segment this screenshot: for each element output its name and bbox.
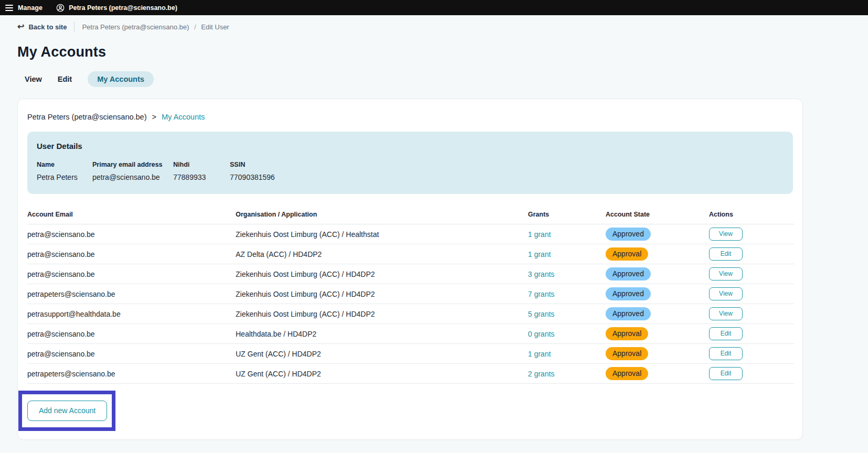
page-title: My Accounts [17,44,868,60]
account-state-badge: Approved [606,287,651,300]
organisation-application-cell: Ziekenhuis Oost Limburg (ACC) / HD4DP2 [236,284,528,304]
grants-link[interactable]: 3 grants [528,270,555,278]
account-state-badge: Approved [606,267,651,281]
field-ssin: SSIN 77090381596 [230,161,275,181]
account-email-cell: petrasupport@healthdata.be [27,304,236,324]
toolbar-user-menu[interactable]: Petra Peters (petra@sciensano.be) [56,4,177,12]
add-new-account-button[interactable]: Add new Account [27,401,107,421]
table-row: petra@sciensano.beUZ Gent (ACC) / HD4DP2… [27,344,794,364]
tab-edit[interactable]: Edit [58,71,72,87]
grants-cell: 5 grants [528,304,606,324]
view-button[interactable]: View [709,307,743,320]
tab-my-accounts[interactable]: My Accounts [88,71,154,87]
account-state-badge: Approval [606,327,648,340]
admin-toolbar: Manage Petra Peters (petra@sciensano.be) [0,0,868,15]
organisation-application-cell: Ziekenhuis Oost Limburg (ACC) / Healthst… [236,224,528,244]
organisation-application-cell: AZ Delta (ACC) / HD4DP2 [236,244,528,264]
field-ssin-value: 77090381596 [230,173,275,181]
account-email-cell: petra@sciensano.be [27,324,236,344]
field-nihdi: Nihdi 77889933 [173,161,230,181]
header-actions: Actions [709,207,794,224]
user-avatar-icon [56,4,65,12]
actions-cell: Edit [709,344,794,364]
accounts-table-body: petra@sciensano.beZiekenhuis Oost Limbur… [27,224,794,384]
actions-cell: Edit [709,244,794,264]
account-state-cell: Approved [606,224,709,244]
account-state-cell: Approval [606,244,709,264]
back-to-site-link[interactable]: ↩ Back to site [17,23,67,31]
edit-button[interactable]: Edit [709,327,743,340]
card-breadcrumb-current-link[interactable]: My Accounts [162,113,205,121]
back-arrow-icon: ↩ [17,23,24,31]
field-primary-email-label: Primary email address [92,161,173,168]
organisation-application-cell: UZ Gent (ACC) / HD4DP2 [236,344,528,364]
tab-view[interactable]: View [25,71,42,87]
grants-cell: 1 grant [528,224,606,244]
account-state-cell: Approval [606,324,709,344]
account-state-badge: Approval [606,247,648,261]
field-primary-email: Primary email address petra@sciensano.be [92,161,173,181]
grants-link[interactable]: 1 grant [528,230,551,239]
table-row: petrapeters@sciensano.beUZ Gent (ACC) / … [27,364,794,384]
table-row: petra@sciensano.beZiekenhuis Oost Limbur… [27,224,794,244]
primary-tabs: View Edit My Accounts [25,71,868,87]
account-state-badge: Approval [606,347,648,360]
grants-cell: 7 grants [528,284,606,304]
back-to-site-label: Back to site [28,23,67,31]
grants-cell: 0 grants [528,324,606,344]
table-row: petrasupport@healthdata.beZiekenhuis Oos… [27,304,794,324]
header-organisation-application: Organisation / Application [236,207,528,224]
field-name-label: Name [37,161,92,168]
field-nihdi-value: 77889933 [173,173,230,181]
breadcrumb: Petra Peters (petra@sciensano.be) / Edit… [82,23,229,31]
header-grants: Grants [528,207,606,224]
grants-link[interactable]: 7 grants [528,290,555,298]
account-email-cell: petra@sciensano.be [27,344,236,364]
grants-link[interactable]: 1 grant [528,250,551,258]
grants-cell: 3 grants [528,264,606,284]
field-name-value: Petra Peters [37,173,92,181]
view-button[interactable]: View [709,228,743,241]
actions-cell: Edit [709,364,794,384]
hamburger-menu-icon[interactable] [5,5,13,11]
edit-button[interactable]: Edit [709,367,743,380]
view-button[interactable]: View [709,287,743,300]
breadcrumb-parent[interactable]: Petra Peters (petra@sciensano.be) [82,23,189,31]
account-state-badge: Approved [606,307,651,320]
view-button[interactable]: View [709,267,743,281]
grants-link[interactable]: 2 grants [528,370,555,378]
table-header-row: Account Email Organisation / Application… [27,207,794,224]
breadcrumb-divider [74,21,75,32]
card-breadcrumb: Petra Peters (petra@sciensano.be) > My A… [27,113,793,121]
table-row: petrapeters@sciensano.beZiekenhuis Oost … [27,284,794,304]
field-primary-email-value: petra@sciensano.be [92,173,173,181]
annotation-highlight-box: Add new Account [18,391,115,431]
grants-link[interactable]: 5 grants [528,310,555,318]
breadcrumb-bar: ↩ Back to site Petra Peters (petra@scien… [0,15,868,38]
edit-button[interactable]: Edit [709,247,743,261]
account-email-cell: petra@sciensano.be [27,224,236,244]
account-state-cell: Approved [606,284,709,304]
breadcrumb-current: Edit User [201,23,229,31]
edit-button[interactable]: Edit [709,347,743,360]
header-account-state: Account State [606,207,709,224]
accounts-table: Account Email Organisation / Application… [27,207,794,384]
actions-cell: View [709,264,794,284]
account-state-cell: Approved [606,304,709,324]
my-accounts-card: Petra Peters (petra@sciensano.be) > My A… [17,99,803,440]
table-row: petra@sciensano.beHealthdata.be / HD4DP2… [27,324,794,344]
grants-cell: 1 grant [528,244,606,264]
grants-cell: 2 grants [528,364,606,384]
grants-link[interactable]: 0 grants [528,330,555,338]
card-breadcrumb-separator: > [152,113,156,121]
organisation-application-cell: Ziekenhuis Oost Limburg (ACC) / HD4DP2 [236,304,528,324]
table-row: petra@sciensano.beAZ Delta (ACC) / HD4DP… [27,244,794,264]
manage-menu-item[interactable]: Manage [18,4,43,12]
organisation-application-cell: Ziekenhuis Oost Limburg (ACC) / HD4DP2 [236,264,528,284]
grants-link[interactable]: 1 grant [528,350,551,358]
field-name: Name Petra Peters [37,161,92,181]
account-state-badge: Approval [606,367,648,380]
user-details-panel: User Details Name Petra Peters Primary e… [27,132,793,194]
actions-cell: View [709,304,794,324]
account-email-cell: petra@sciensano.be [27,244,236,264]
